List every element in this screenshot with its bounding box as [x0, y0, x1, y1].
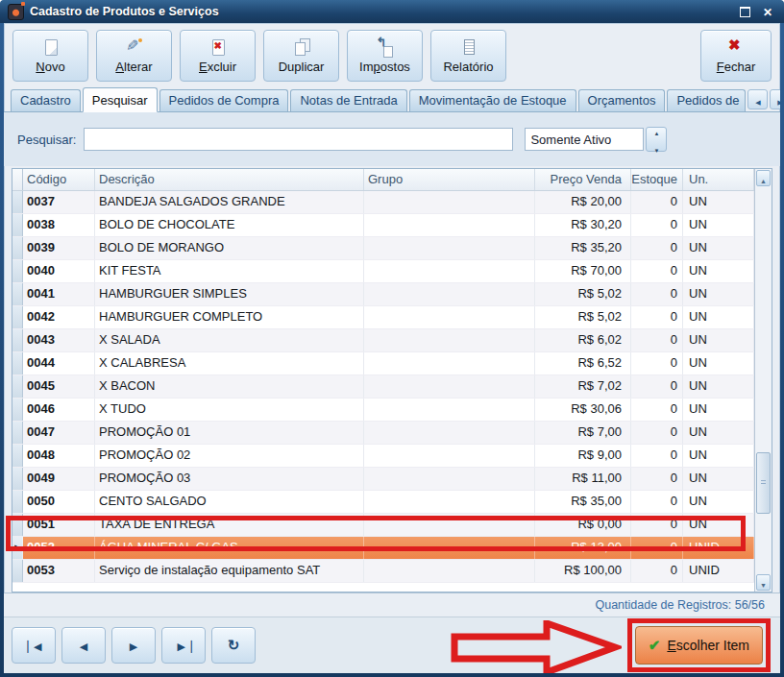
column-header-stock[interactable]: Estoque: [631, 169, 683, 190]
cell-description: ÁGUA MINERAL C/ GAS: [95, 537, 364, 559]
tab-cadastro[interactable]: Cadastro: [11, 89, 81, 111]
tab-orcamentos[interactable]: Orçamentos: [578, 89, 666, 111]
toolbar: Novo Alterar Excluir Duplicar Impostos R…: [4, 23, 780, 88]
cell-description: BOLO DE CHOCOLATE: [95, 214, 364, 236]
first-record-button[interactable]: [12, 627, 56, 664]
report-icon: [458, 38, 479, 58]
tab-scroll-left-button[interactable]: [747, 89, 768, 109]
maximize-button[interactable]: [736, 4, 753, 19]
title-bar[interactable]: Cadastro de Produtos e Serviços: [0, 0, 784, 23]
cell-description: CENTO SALGADO: [95, 491, 364, 513]
column-header-unit[interactable]: Un.: [683, 169, 754, 190]
cell-price: R$ 6,52: [535, 352, 631, 375]
table-row[interactable]: 0047 PROMOÇÃO 01 R$ 7,00 0 UN: [12, 422, 754, 445]
cell-price: R$ 6,02: [535, 329, 631, 351]
table-row[interactable]: 0049 PROMOÇÃO 03 R$ 11,00 0 UN: [12, 468, 754, 491]
edit-pencil-icon: [124, 38, 145, 58]
table-row[interactable]: 0051 TAXA DE ENTREGA R$ 0,00 0 UN: [12, 514, 754, 537]
table-row[interactable]: 0038 BOLO DE CHOCOLATE R$ 30,20 0 UN: [12, 214, 754, 237]
novo-button[interactable]: Novo: [12, 30, 88, 82]
close-window-button[interactable]: [759, 4, 776, 19]
table-row[interactable]: 0053 Serviço de instalação equipamento S…: [12, 560, 754, 583]
search-panel: Pesquisar: Somente Ativo: [4, 112, 780, 166]
cell-group: [364, 422, 535, 444]
tab-notas-de-entrada[interactable]: Notas de Entrada: [290, 89, 406, 111]
next-record-button[interactable]: [111, 627, 156, 664]
refresh-button[interactable]: [211, 627, 256, 664]
column-header-price[interactable]: Preço Venda: [535, 169, 631, 190]
grid-body: 0037 BANDEJA SALGADOS GRANDE R$ 20,00 0 …: [12, 191, 754, 592]
row-marker: [12, 214, 23, 236]
cell-unit: UN: [683, 306, 754, 328]
close-icon: [763, 3, 772, 20]
spinner-down-icon: [653, 139, 659, 157]
table-row[interactable]: 0050 CENTO SALGADO R$ 35,00 0 UN: [12, 491, 754, 514]
alterar-button[interactable]: Alterar: [96, 30, 172, 82]
column-header-desc[interactable]: Descrição: [95, 169, 364, 190]
cell-unit: UN: [683, 445, 754, 467]
fechar-button[interactable]: Fechar: [700, 30, 772, 82]
excluir-button[interactable]: Excluir: [180, 30, 256, 82]
cell-price: R$ 35,00: [535, 491, 631, 513]
tab-movimentacao-de-estoque[interactable]: Movimentação de Estoque: [409, 89, 576, 111]
cell-price: R$ 100,00: [535, 560, 631, 582]
row-marker: [12, 306, 23, 328]
column-header-code[interactable]: Código: [23, 169, 95, 190]
cell-price: R$ 5,02: [535, 306, 631, 328]
cell-unit: UN: [683, 399, 754, 421]
duplicar-button[interactable]: Duplicar: [263, 30, 339, 82]
cell-stock: 0: [631, 260, 683, 282]
table-row[interactable]: 0040 KIT FESTA R$ 70,00 0 UN: [12, 260, 754, 283]
previous-record-button[interactable]: [61, 627, 106, 664]
table-row[interactable]: 0048 PROMOÇÃO 02 R$ 9,00 0 UN: [12, 445, 754, 468]
cell-group: [364, 399, 535, 421]
tab-scroll-right-button[interactable]: [770, 89, 780, 109]
search-input[interactable]: [84, 128, 513, 151]
cell-stock: 0: [631, 283, 683, 305]
cell-unit: UN: [683, 422, 754, 444]
scroll-down-button[interactable]: [756, 574, 771, 591]
table-row[interactable]: 0041 HAMBURGUER SIMPLES R$ 5,02 0 UN: [12, 283, 754, 306]
cell-stock: 0: [631, 352, 683, 375]
table-row[interactable]: 0042 HAMBURGUER COMPLETO R$ 5,02 0 UN: [12, 306, 754, 329]
cell-group: [364, 445, 535, 467]
cell-stock: 0: [631, 399, 683, 421]
cell-unit: UN: [683, 191, 754, 213]
table-row-selected[interactable]: ▶ 0052 ÁGUA MINERAL C/ GAS R$ 13,00 0 UN…: [12, 537, 754, 560]
table-row[interactable]: 0044 X CALABRESA R$ 6,52 0 UN: [12, 352, 754, 375]
status-filter-value[interactable]: Somente Ativo: [525, 128, 644, 151]
scrollbar-thumb[interactable]: [756, 452, 771, 514]
cell-code: 0048: [23, 445, 95, 467]
cell-group: [364, 214, 535, 236]
impostos-button[interactable]: Impostos: [347, 30, 423, 82]
row-marker: [12, 491, 23, 513]
new-document-icon: [40, 38, 61, 58]
cell-description: PROMOÇÃO 01: [95, 422, 364, 444]
scroll-up-button[interactable]: [756, 170, 771, 186]
tab-pesquisar[interactable]: Pesquisar: [83, 87, 158, 112]
cell-code: 0049: [23, 468, 95, 490]
grid-header: CódigoDescriçãoGrupoPreço VendaEstoqueUn…: [12, 169, 754, 191]
spinner-up-icon: [653, 122, 659, 139]
relatorio-button[interactable]: Relatório: [430, 30, 506, 82]
row-marker: [12, 375, 23, 398]
choose-item-button[interactable]: Escolher Item: [635, 626, 763, 665]
tab-pedidos-de[interactable]: Pedidos de: [667, 89, 746, 111]
cell-price: R$ 30,06: [535, 399, 631, 421]
cell-group: [364, 537, 535, 559]
column-header-group[interactable]: Grupo: [364, 169, 535, 190]
cell-price: R$ 11,00: [535, 468, 631, 490]
table-row[interactable]: 0037 BANDEJA SALGADOS GRANDE R$ 20,00 0 …: [12, 191, 754, 214]
status-filter-spinner[interactable]: [646, 127, 667, 152]
status-bar: Quantidade de Registros: 56/56: [4, 592, 780, 617]
table-row[interactable]: 0039 BOLO DE MORANGO R$ 35,20 0 UN: [12, 237, 754, 260]
cell-code: 0051: [23, 514, 95, 536]
table-row[interactable]: 0046 X TUDO R$ 30,06 0 UN: [12, 399, 754, 422]
last-record-button[interactable]: [161, 627, 206, 664]
cell-stock: 0: [631, 329, 683, 351]
table-row[interactable]: 0043 X SALADA R$ 6,02 0 UN: [12, 329, 754, 352]
cell-description: HAMBURGUER SIMPLES: [95, 283, 364, 305]
tab-pedidos-de-compra[interactable]: Pedidos de Compra: [159, 89, 289, 111]
table-row[interactable]: 0045 X BACON R$ 7,02 0 UN: [12, 375, 754, 399]
vertical-scrollbar[interactable]: [754, 169, 772, 592]
